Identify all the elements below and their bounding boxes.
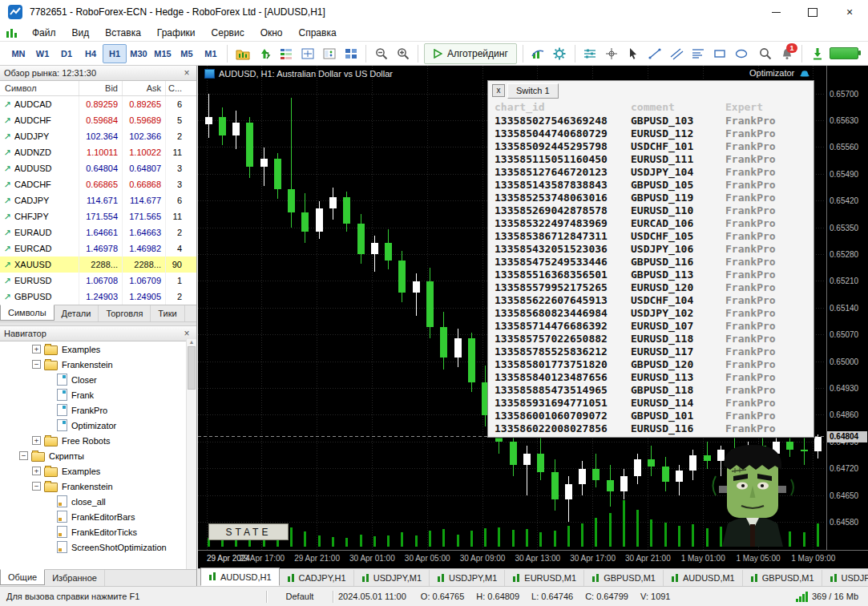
nav-item-Closer[interactable]: Closer: [0, 372, 196, 387]
channel-icon[interactable]: [666, 44, 688, 63]
timeframe-W1[interactable]: W1: [30, 44, 55, 63]
search-icon[interactable]: [754, 44, 776, 63]
nav-item-Examples[interactable]: +Examples: [0, 341, 196, 357]
timeframe-H4[interactable]: H4: [79, 44, 103, 63]
market-watch-row-AUDCAD[interactable]: ↗AUDCAD0.892590.892656: [0, 96, 196, 112]
chart-tab-AUDUSD,M1[interactable]: AUDUSD,M1: [664, 570, 743, 586]
mw-column-Ask[interactable]: Ask: [123, 81, 166, 95]
data-window-icon[interactable]: [297, 44, 318, 63]
new-chart-icon[interactable]: [232, 44, 253, 63]
chart-tab-GBPUSD,M1[interactable]: GBPUSD,M1: [743, 570, 822, 586]
connection-battery-icon[interactable]: [830, 47, 858, 59]
menu-item-Вид[interactable]: Вид: [64, 25, 98, 41]
zoom-in-icon[interactable]: [392, 44, 414, 63]
nav-item-FrankEditorTicks[interactable]: FrankEditorTicks: [0, 524, 196, 539]
collapse-icon[interactable]: −: [19, 451, 28, 460]
market-watch-tab-Символы[interactable]: Символы: [0, 305, 55, 321]
indicators-icon[interactable]: [527, 44, 549, 63]
panel-close-button[interactable]: x: [492, 84, 505, 97]
menu-item-Файл[interactable]: Файл: [24, 25, 64, 41]
trade-arrows-icon[interactable]: [253, 44, 275, 63]
timeframe-M1[interactable]: M1: [199, 44, 223, 63]
mw-column-Bid[interactable]: Bid: [79, 81, 123, 95]
objects-list-icon[interactable]: [579, 44, 601, 63]
chart-tab-USDJPY,M1[interactable]: USDJPY,M1: [822, 570, 868, 586]
market-watch-row-EURAUD[interactable]: ↗EURAUD1.646611.646632: [0, 224, 196, 240]
menu-item-Вставка[interactable]: Вставка: [97, 25, 149, 41]
collapse-icon[interactable]: −: [32, 360, 41, 369]
nav-item-Optimizator[interactable]: Optimizator: [0, 418, 196, 433]
state-label[interactable]: STATE: [208, 523, 289, 540]
market-watch-tab-Тики[interactable]: Тики: [151, 305, 184, 321]
market-watch-row-AUDUSD[interactable]: ↗AUDUSD0.648040.648073: [0, 160, 196, 176]
chart-tab-AUDUSD,H1[interactable]: AUDUSD,H1: [200, 568, 280, 586]
market-watch-row-CADJPY[interactable]: ↗CADJPY114.671114.6776: [0, 192, 196, 208]
navigator-close-icon[interactable]: ×: [181, 328, 192, 339]
market-watch-tab-Торговля[interactable]: Торговля: [99, 305, 151, 321]
timeframe-H1[interactable]: H1: [103, 44, 127, 63]
nav-item-Скрипты[interactable]: −Скрипты: [0, 448, 196, 463]
chart-tab-USDJPY,M1[interactable]: USDJPY,M1: [430, 570, 505, 586]
mw-column-Символ[interactable]: Символ: [0, 81, 79, 95]
timeframe-M5[interactable]: M5: [175, 44, 199, 63]
minimize-button[interactable]: [757, 0, 794, 24]
market-watch-row-AUDNZD[interactable]: ↗AUDNZD1.100111.1002211: [0, 144, 196, 160]
scroll-up-icon[interactable]: ▲: [189, 339, 195, 345]
nav-item-close_all[interactable]: close_all: [0, 494, 196, 509]
cursor-icon[interactable]: [623, 44, 644, 63]
market-watch-row-GBPUSD[interactable]: ↗GBPUSD1.249031.249052: [0, 289, 196, 305]
scrollbar-thumb[interactable]: [188, 346, 196, 390]
vps-download-icon[interactable]: [806, 44, 828, 63]
menu-item-Окно[interactable]: Окно: [252, 25, 291, 41]
crosshair-icon[interactable]: [601, 44, 623, 63]
nav-item-Frankenstein[interactable]: −Frankenstein: [0, 357, 196, 372]
nav-item-Free Robots[interactable]: +Free Robots: [0, 433, 196, 448]
market-watch-tab-Детали[interactable]: Детали: [55, 305, 99, 321]
nav-item-Frankenstein[interactable]: −Frankenstein: [0, 479, 196, 494]
nav-item-FrankPro[interactable]: FrankPro: [0, 402, 196, 418]
navigator-tab-Избранное[interactable]: Избранное: [45, 570, 105, 586]
market-watch-row-AUDJPY[interactable]: ↗AUDJPY102.364102.3662: [0, 128, 196, 144]
market-watch-row-XAUUSD[interactable]: ↗XAUUSD2288...2288...90: [0, 257, 196, 273]
expand-icon[interactable]: +: [32, 436, 41, 445]
fibonacci-icon[interactable]: [688, 44, 709, 63]
trendline-icon[interactable]: [644, 44, 666, 63]
timeframe-M30[interactable]: M30: [127, 44, 151, 63]
expand-icon[interactable]: +: [32, 467, 41, 475]
market-watch-row-EURUSD[interactable]: ↗EURUSD1.067081.067091: [0, 273, 196, 289]
chart-tab-USDJPY,M1[interactable]: USDJPY,M1: [354, 570, 430, 586]
nav-item-Frank[interactable]: Frank: [0, 387, 196, 402]
zoom-out-icon[interactable]: [370, 44, 392, 63]
collapse-icon[interactable]: −: [32, 482, 41, 491]
menu-item-Справка[interactable]: Справка: [291, 25, 345, 41]
market-watch-icon[interactable]: [275, 44, 297, 63]
notifications-button[interactable]: 1: [776, 44, 797, 63]
chart-tab-CADJPY,H1[interactable]: CADJPY,H1: [280, 570, 354, 586]
switch-button[interactable]: Switch 1: [507, 83, 559, 99]
status-profile[interactable]: Default: [272, 592, 328, 601]
market-watch-row-AUDCHF[interactable]: ↗AUDCHF0.596840.596895: [0, 112, 196, 128]
nav-item-ScreenShotOptimization[interactable]: ScreenShotOptimization: [0, 539, 196, 555]
timeframe-M15[interactable]: M15: [151, 44, 175, 63]
market-watch-close-icon[interactable]: ×: [181, 67, 192, 79]
timeframe-MN[interactable]: MN: [6, 44, 30, 63]
timeframe-D1[interactable]: D1: [55, 44, 79, 63]
settings-gear-icon[interactable]: [549, 44, 571, 63]
tile-windows-icon[interactable]: [340, 44, 361, 63]
market-watch-row-EURCAD[interactable]: ↗EURCAD1.469781.469824: [0, 240, 196, 257]
close-button[interactable]: ×: [831, 0, 868, 24]
navigator-tab-Общие[interactable]: Общие: [0, 569, 45, 585]
market-watch-row-CADCHF[interactable]: ↗CADCHF0.668650.668683: [0, 176, 196, 192]
expert-advisor-label[interactable]: Optimizator: [749, 68, 811, 78]
nav-item-Examples[interactable]: +Examples: [0, 463, 196, 479]
rectangle-icon[interactable]: [709, 44, 731, 63]
maximize-button[interactable]: [794, 0, 831, 24]
algo-trading-button[interactable]: Алготрейдинг: [424, 43, 517, 64]
expand-icon[interactable]: +: [32, 345, 41, 354]
navigator-toggle-icon[interactable]: [318, 44, 340, 63]
chart-tab-EURUSD,M1[interactable]: EURUSD,M1: [505, 570, 584, 586]
market-watch-row-CHFJPY[interactable]: ↗CHFJPY171.554171.56511: [0, 208, 196, 224]
nav-item-FrankEditorBars[interactable]: FrankEditorBars: [0, 509, 196, 524]
navigator-scrollbar[interactable]: ▲: [186, 339, 196, 569]
ellipse-icon[interactable]: [731, 44, 753, 63]
